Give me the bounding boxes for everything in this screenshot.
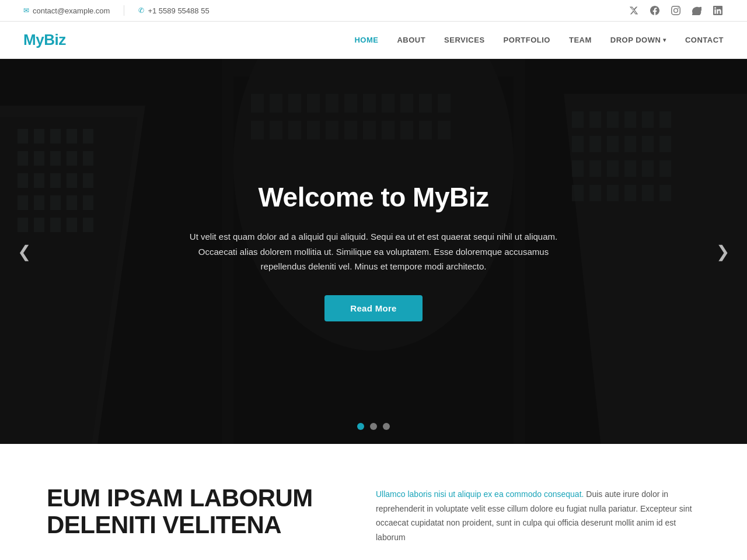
hero-text: Ut velit est quam dolor ad a aliquid qui… [175, 229, 572, 274]
hero-dot-3[interactable] [383, 423, 390, 430]
intro-highlight: Ullamco laboris nisi ut aliquip ex ea co… [376, 489, 584, 499]
email-text: contact@example.com [33, 6, 110, 15]
hero-next-arrow[interactable]: ❯ [710, 236, 735, 267]
hero-title: Welcome to MyBiz [175, 181, 572, 213]
twitter-icon[interactable] [628, 5, 640, 16]
intro-body-text: Ullamco laboris nisi ut aliquip ex ea co… [376, 487, 700, 544]
nav-services[interactable]: SERVICES [444, 36, 485, 44]
hero-content: Welcome to MyBiz Ut velit est quam dolor… [152, 181, 595, 321]
hero-section: ❮ Welcome to MyBiz Ut velit est quam dol… [0, 59, 747, 444]
logo-colored: Biz [44, 31, 66, 48]
hero-dot-2[interactable] [370, 423, 377, 430]
intro-heading: EUM IPSAM LABORUM DELENITI VELITENA [47, 485, 341, 538]
header: MyBiz HOME ABOUT SERVICES PORTFOLIO TEAM… [0, 22, 747, 59]
hero-dots [357, 423, 390, 430]
phone-text: +1 5589 55488 55 [148, 6, 209, 15]
nav-portfolio[interactable]: PORTFOLIO [504, 36, 550, 44]
hero-prev-arrow[interactable]: ❮ [12, 236, 37, 267]
email-contact: ✉ contact@example.com [23, 6, 110, 15]
instagram-icon[interactable] [670, 5, 682, 16]
intro-heading-text: EUM IPSAM LABORUM DELENITI VELITENA [47, 485, 341, 538]
skype-icon[interactable] [691, 5, 703, 16]
email-icon: ✉ [23, 6, 29, 15]
top-bar: ✉ contact@example.com ✆ +1 5589 55488 55 [0, 0, 747, 22]
linkedin-icon[interactable] [712, 5, 724, 16]
nav: HOME ABOUT SERVICES PORTFOLIO TEAM DROP … [354, 36, 724, 44]
nav-dropdown[interactable]: DROP DOWN ▾ [610, 36, 666, 44]
phone-contact: ✆ +1 5589 55488 55 [138, 6, 209, 15]
intro-body: Ullamco laboris nisi ut aliquip ex ea co… [376, 485, 700, 544]
nav-dropdown-label: DROP DOWN [610, 36, 661, 44]
dropdown-arrow-icon: ▾ [663, 37, 666, 43]
facebook-icon[interactable] [649, 5, 661, 16]
nav-home[interactable]: HOME [354, 36, 378, 44]
logo-dark: My [23, 31, 44, 48]
phone-icon: ✆ [138, 6, 144, 15]
intro-section: EUM IPSAM LABORUM DELENITI VELITENA Ulla… [0, 444, 747, 560]
top-bar-contacts: ✉ contact@example.com ✆ +1 5589 55488 55 [23, 5, 210, 16]
read-more-button[interactable]: Read More [324, 295, 422, 321]
divider [124, 5, 124, 16]
nav-contact[interactable]: CONTACT [685, 36, 724, 44]
logo[interactable]: MyBiz [23, 31, 66, 49]
social-links [628, 5, 724, 16]
hero-dot-1[interactable] [357, 423, 364, 430]
nav-team[interactable]: TEAM [569, 36, 592, 44]
nav-about[interactable]: ABOUT [397, 36, 425, 44]
